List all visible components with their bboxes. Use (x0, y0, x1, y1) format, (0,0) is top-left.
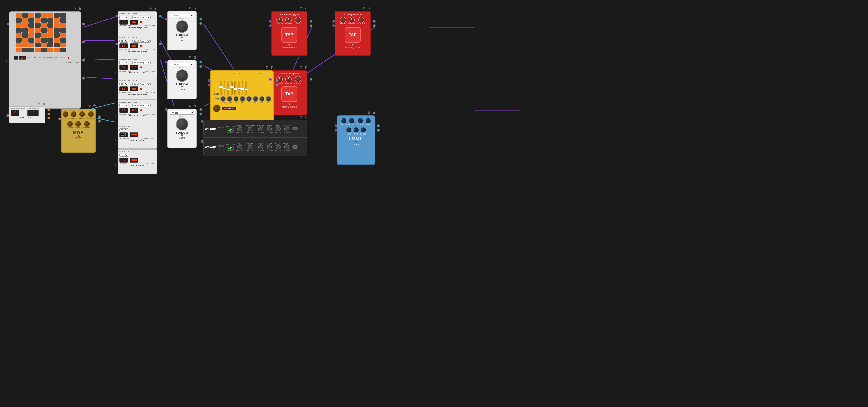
filter2-port-in[interactable] (115, 42, 118, 45)
cc1-channel-select[interactable]: 01 (119, 128, 128, 131)
seq-cell[interactable] (48, 33, 53, 37)
mono-tap-button[interactable]: TAP (281, 86, 297, 102)
seq-cell[interactable] (35, 18, 41, 23)
jx10-port-in[interactable] (58, 118, 61, 120)
seq-cell[interactable] (35, 48, 41, 53)
stereo2-tap-button[interactable]: TAP (345, 27, 361, 43)
filter2-channel-select[interactable]: 01 (119, 39, 128, 42)
seq-cell[interactable] (41, 33, 47, 37)
seq-cell[interactable] (54, 38, 60, 42)
seq-cell[interactable] (22, 33, 28, 37)
nekobi2-resonance-knob[interactable] (248, 145, 252, 150)
seq-cell[interactable] (41, 13, 47, 18)
seq-cell[interactable] (29, 18, 34, 23)
fluid1-port-in[interactable] (165, 18, 168, 20)
eq-port-in-r[interactable] (208, 84, 211, 86)
nekobi2-toggle[interactable] (292, 146, 298, 149)
filter1-gear-icon[interactable]: ⚙ (149, 7, 152, 10)
nekobi2-accent-knob[interactable] (276, 145, 281, 150)
jx10-filter-knob[interactable] (67, 121, 73, 127)
nekobi2-volume-knob[interactable] (284, 145, 289, 150)
filter5-mode-select[interactable]: Include Range (132, 104, 151, 107)
nekobi1-envmod-knob[interactable] (258, 126, 263, 131)
nekobi2-envmod-knob[interactable] (258, 145, 263, 150)
jx10-release-knob[interactable] (88, 111, 94, 117)
seq-cell[interactable] (22, 38, 28, 42)
stereo2-makeup-knob[interactable] (358, 17, 364, 23)
jx10-sustain-knob[interactable] (79, 111, 85, 117)
seq-cell[interactable] (29, 48, 34, 53)
fluid3-port-out-l[interactable] (199, 108, 202, 111)
stereo1-tap-button[interactable]: TAP (281, 27, 297, 43)
seq-port-out-4[interactable] (82, 77, 85, 80)
unisono-port-out-3[interactable] (48, 117, 50, 119)
nekobi1-decay-knob[interactable] (267, 126, 272, 131)
filter5-channel-select[interactable]: 01 (119, 104, 128, 107)
jx10-port-out-r[interactable] (98, 120, 101, 123)
mono-gear-icon[interactable]: ⚙ (300, 66, 303, 69)
seq-cell[interactable] (48, 43, 53, 48)
fomp-decay-knob[interactable] (341, 118, 347, 124)
nekobi1-waveform[interactable] (227, 128, 234, 132)
fomp-damping-knob[interactable] (358, 118, 363, 124)
seq-cell[interactable] (41, 38, 47, 42)
stereo1-port-in-l[interactable] (269, 20, 272, 23)
eq-fader-5[interactable] (235, 82, 236, 95)
seq-cell[interactable] (16, 38, 22, 42)
filter2-mode-select[interactable]: Include Range (132, 39, 151, 42)
fomp-decaym-knob[interactable] (349, 118, 355, 124)
mono-makeup-knob[interactable] (295, 76, 301, 82)
mono-trash-icon[interactable]: 🗑 (304, 66, 307, 69)
seq-cell[interactable] (35, 28, 41, 33)
eq-fader-6[interactable] (238, 82, 240, 95)
seq-cell[interactable] (35, 43, 41, 48)
jx10-gear-icon[interactable]: ⚙ (88, 104, 91, 107)
seq-cell[interactable] (41, 23, 47, 28)
seq-cell[interactable] (29, 43, 34, 48)
unisono-trash-icon[interactable]: 🗑 (42, 102, 45, 105)
fluid2-preset-select[interactable]: TR-808 (170, 63, 194, 66)
nekobi1-resonance-knob[interactable] (248, 126, 252, 131)
filter1-channel-select[interactable]: 01 (119, 16, 128, 19)
fomp-test-knob[interactable] (365, 118, 371, 124)
eq-trash-icon[interactable]: 🗑 (270, 66, 274, 69)
mono-port-out[interactable] (310, 78, 312, 81)
jx10-trash-icon[interactable]: 🗑 (93, 104, 96, 107)
seq-cell[interactable] (54, 13, 60, 18)
filter1-trash-icon[interactable]: 🗑 (154, 7, 157, 10)
seq-cell[interactable] (22, 13, 28, 18)
seq-cell[interactable] (48, 38, 53, 42)
stereo1-port-in-r[interactable] (269, 24, 272, 27)
seq-cell[interactable] (54, 43, 60, 48)
seq-cell[interactable] (16, 33, 22, 37)
seq-cell[interactable] (48, 28, 53, 33)
unisono-port-out-1[interactable] (48, 108, 50, 111)
jx10-reson-knob[interactable] (75, 121, 81, 127)
nekobi2-port-in[interactable] (201, 140, 204, 143)
jx10-vibrato-knob[interactable] (84, 121, 90, 127)
fluid3-trash-icon[interactable]: 🗑 (193, 104, 197, 107)
fluid3-level-knob[interactable] (176, 118, 188, 130)
seq-cell[interactable] (29, 38, 34, 42)
fomp-trash-icon[interactable]: 🗑 (372, 111, 375, 115)
stereo2-trash-icon[interactable]: 🗑 (368, 6, 371, 10)
seq-cell[interactable] (35, 38, 41, 42)
unisono-gear-icon[interactable]: ⚙ (37, 102, 40, 105)
fluid1-preset-select[interactable]: Standard 2 (170, 13, 194, 17)
eq-fader-3[interactable] (227, 82, 229, 95)
seq-cell[interactable] (60, 38, 66, 42)
fomp-port-out-l[interactable] (377, 124, 380, 127)
seq-cell[interactable] (29, 33, 34, 37)
jx10-port-out-l[interactable] (98, 115, 101, 118)
seq-port-out-1[interactable] (82, 23, 85, 25)
seq-cell[interactable] (54, 48, 60, 53)
filter2-port-out[interactable] (159, 42, 162, 45)
seq-port-out-3[interactable] (82, 59, 85, 62)
eq-fader-4[interactable] (231, 82, 232, 95)
eq-port-out-l[interactable] (276, 79, 278, 82)
eq-freq-knob-4[interactable] (240, 96, 245, 101)
fluid1-port-out-l[interactable] (199, 18, 202, 20)
seq-cell[interactable] (29, 13, 34, 18)
eq-freq-knob-1[interactable] (220, 96, 225, 101)
seq-cell[interactable] (16, 23, 22, 28)
